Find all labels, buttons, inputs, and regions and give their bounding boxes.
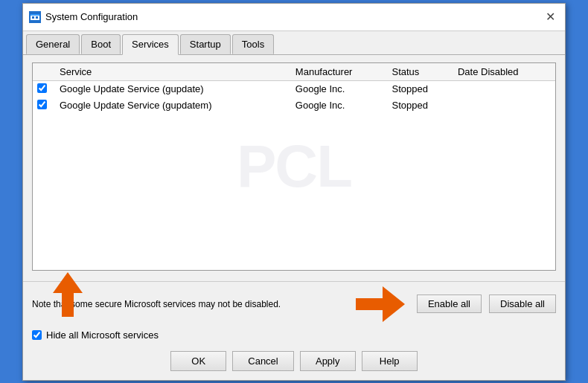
svg-rect-4 [36, 16, 38, 19]
table-row: Google Update Service (gupdate) Google I… [33, 80, 555, 97]
svg-rect-3 [32, 16, 34, 19]
row1-checkbox[interactable] [37, 83, 47, 93]
tab-boot[interactable]: Boot [81, 34, 121, 54]
help-button[interactable]: Help [362, 351, 418, 371]
tab-content: PCL Service Manufacturer Status Date Dis… [23, 55, 565, 278]
col-header-status: Status [387, 63, 453, 81]
table-row: Google Update Service (gupdatem) Google … [33, 97, 555, 114]
enable-all-button[interactable]: Enable all [417, 295, 482, 313]
row1-manufacturer: Google Inc. [291, 80, 388, 97]
tab-startup[interactable]: Startup [180, 34, 231, 54]
svg-rect-2 [31, 14, 39, 16]
cancel-button[interactable]: Cancel [232, 351, 293, 371]
watermark: PCL [237, 132, 351, 201]
services-table-container: PCL Service Manufacturer Status Date Dis… [32, 62, 556, 271]
apply-button[interactable]: Apply [300, 351, 356, 371]
row2-date-disabled [453, 97, 555, 114]
row2-checkbox[interactable] [37, 100, 47, 109]
disable-all-button[interactable]: Disable all [489, 295, 556, 313]
close-button[interactable]: ✕ [541, 8, 559, 26]
col-header-manufacturer: Manufacturer [291, 63, 388, 81]
row1-date-disabled [453, 80, 555, 97]
dialog-buttons: OK Cancel Apply Help [23, 345, 565, 380]
tab-bar: General Boot Services Startup Tools [23, 31, 565, 55]
col-header-service: Service [55, 63, 291, 81]
col-header-date-disabled: Date Disabled [453, 63, 555, 81]
hide-microsoft-row: Hide all Microsoft services [23, 326, 565, 345]
hide-microsoft-label: Hide all Microsoft services [46, 329, 159, 341]
tab-tools[interactable]: Tools [232, 34, 274, 54]
row2-checkbox-cell[interactable] [33, 97, 55, 114]
row2-status: Stopped [387, 97, 453, 114]
services-table: Service Manufacturer Status Date Disable… [33, 63, 555, 114]
bottom-bar: Note that some secure Microsoft services… [23, 281, 565, 326]
row2-service: Google Update Service (gupdatem) [55, 97, 291, 114]
title-bar: System Configuration ✕ [23, 4, 565, 31]
window-icon [29, 11, 41, 23]
tab-services[interactable]: Services [122, 34, 179, 55]
disable-all-arrow [356, 286, 405, 322]
ok-button[interactable]: OK [170, 351, 226, 371]
row1-checkbox-cell[interactable] [33, 80, 55, 97]
hide-microsoft-checkbox[interactable] [32, 330, 42, 340]
row1-service: Google Update Service (gupdate) [55, 80, 291, 97]
system-configuration-window: System Configuration ✕ General Boot Serv… [22, 3, 566, 381]
window-title: System Configuration [45, 11, 541, 22]
row1-status: Stopped [387, 80, 453, 97]
row2-manufacturer: Google Inc. [291, 97, 388, 114]
hide-arrow [53, 272, 83, 317]
col-header-checkbox [33, 63, 55, 81]
tab-general[interactable]: General [26, 34, 80, 54]
